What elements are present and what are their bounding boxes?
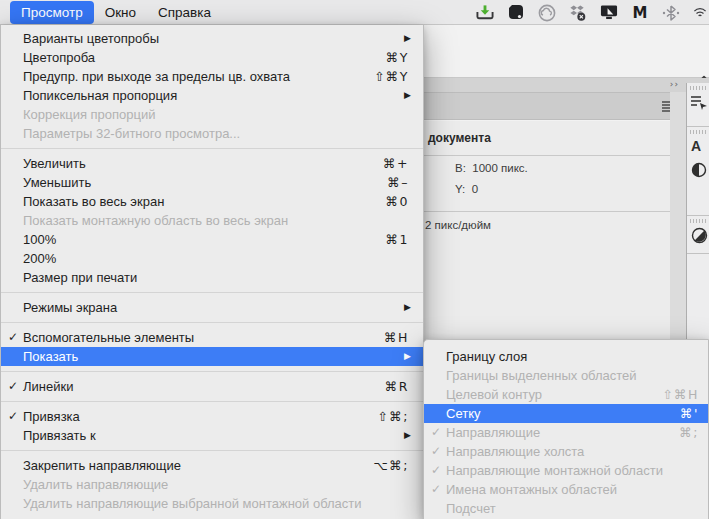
- submenu-item-selection-edges: Границы выделенных областей: [424, 366, 708, 385]
- menu-item-clear-guides: Удалить направляющие: [1, 475, 423, 494]
- menu-item-fit-on-screen[interactable]: Показать во весь экран⌘0: [1, 192, 423, 211]
- submenu-item-grid[interactable]: Сетку⌘': [424, 404, 708, 423]
- submenu-item-canvas-guides: ✓Направляющие холста: [424, 442, 708, 461]
- height-field[interactable]: В: 1000 пикс.: [455, 162, 528, 174]
- check-icon: ✓: [431, 423, 441, 442]
- submenu-item-artboard-names: ✓Имена монтажных областей: [424, 480, 708, 499]
- menubar-status-icons: M: [476, 0, 709, 25]
- menubar-item-help[interactable]: Справка: [147, 1, 222, 24]
- submenu-arrow-icon: ▶: [404, 347, 411, 366]
- adjustments-panel-icon[interactable]: [687, 224, 709, 246]
- menu-item-32bit-options: Параметры 32-битного просмотра...: [1, 124, 423, 143]
- menubar-item-view[interactable]: Просмотр: [10, 1, 94, 24]
- download-tray-icon[interactable]: [476, 4, 494, 22]
- show-submenu: Границу слоя Границы выделенных областей…: [423, 339, 709, 519]
- bluetooth-icon[interactable]: [662, 4, 680, 22]
- evernote-icon[interactable]: [507, 4, 525, 22]
- check-icon: ✓: [8, 407, 18, 426]
- submenu-arrow-icon: ▶: [404, 86, 411, 105]
- submenu-item-target-path: Целевой контур⇧⌘H: [424, 385, 708, 404]
- character-panel-icon[interactable]: A: [687, 135, 709, 157]
- menu-item-proof-colors[interactable]: Цветопроба⌘Y: [1, 48, 423, 67]
- resolution-value: 2 пикс/дюйм: [425, 219, 491, 231]
- display-icon[interactable]: [600, 4, 618, 22]
- menu-item-screen-mode[interactable]: Режимы экрана▶: [1, 298, 423, 317]
- menu-item-show[interactable]: Показать▶: [1, 347, 423, 366]
- menu-item-fit-artboard-on-screen: Показать монтажную область во весь экран: [1, 211, 423, 230]
- menu-item-gamut-warning[interactable]: Предупр. при выходе за пределы цв. охват…: [1, 67, 423, 86]
- document-size-header: документа: [428, 131, 491, 145]
- menu-item-200-percent[interactable]: 200%: [1, 249, 423, 268]
- menu-item-aspect-correction: Коррекция пропорций: [1, 105, 423, 124]
- malwarebytes-icon[interactable]: M: [631, 4, 649, 22]
- menu-item-snap-to[interactable]: Привязать к▶: [1, 426, 423, 445]
- history-panel-icon[interactable]: [687, 91, 709, 113]
- submenu-arrow-icon: ▶: [404, 298, 411, 317]
- view-menu-dropdown: Варианты цветопробы▶ Цветопроба⌘Y Предуп…: [0, 25, 424, 519]
- menu-item-zoom-in[interactable]: Увеличить⌘+: [1, 154, 423, 173]
- collapse-panels-chevron[interactable]: ››: [670, 79, 679, 89]
- menu-separator: [1, 371, 423, 372]
- menu-item-clear-artboard-guides: Удалить направляющие выбранной монтажной…: [1, 494, 423, 513]
- menubar-item-window[interactable]: Окно: [94, 1, 147, 24]
- menu-item-zoom-out[interactable]: Уменьшить⌘–: [1, 173, 423, 192]
- check-icon: ✓: [431, 461, 441, 480]
- submenu-item-artboard-guides: ✓Направляющие монтажной области: [424, 461, 708, 480]
- menu-item-snap[interactable]: ✓Привязка⇧⌘;: [1, 407, 423, 426]
- creative-cloud-icon[interactable]: [538, 4, 556, 22]
- menu-separator: [1, 292, 423, 293]
- menu-item-rulers[interactable]: ✓Линейки⌘R: [1, 377, 423, 396]
- check-icon: ✓: [8, 377, 18, 396]
- menu-item-print-size[interactable]: Размер при печати: [1, 268, 423, 287]
- submenu-item-guides: ✓Направляющие⌘;: [424, 423, 708, 442]
- menu-item-proof-setup[interactable]: Варианты цветопробы▶: [1, 29, 423, 48]
- fill-panel-icon[interactable]: [687, 159, 709, 181]
- wifi-icon[interactable]: [693, 4, 707, 22]
- submenu-arrow-icon: ▶: [404, 29, 411, 48]
- menu-separator: [1, 401, 423, 402]
- menu-separator: [1, 322, 423, 323]
- check-icon: ✓: [8, 328, 18, 347]
- menu-item-100-percent[interactable]: 100%⌘1: [1, 230, 423, 249]
- menu-separator: [1, 450, 423, 451]
- menu-item-extras[interactable]: ✓Вспомогательные элементы⌘H: [1, 328, 423, 347]
- check-icon: ✓: [431, 442, 441, 461]
- menu-separator: [1, 148, 423, 149]
- menu-bar: Просмотр Окно Справка M: [0, 0, 709, 25]
- submenu-item-layer-edges[interactable]: Границу слоя: [424, 347, 708, 366]
- y-field[interactable]: Y: 0: [455, 183, 478, 195]
- submenu-arrow-icon: ▶: [404, 426, 411, 445]
- menu-item-lock-guides[interactable]: Закрепить направляющие⌥⌘;: [1, 456, 423, 475]
- dropbox-paused-icon[interactable]: [569, 4, 587, 22]
- submenu-item-count: Подсчет: [424, 499, 708, 518]
- check-icon: ✓: [431, 480, 441, 499]
- menu-item-pixel-aspect-ratio[interactable]: Попиксельная пропорция▶: [1, 86, 423, 105]
